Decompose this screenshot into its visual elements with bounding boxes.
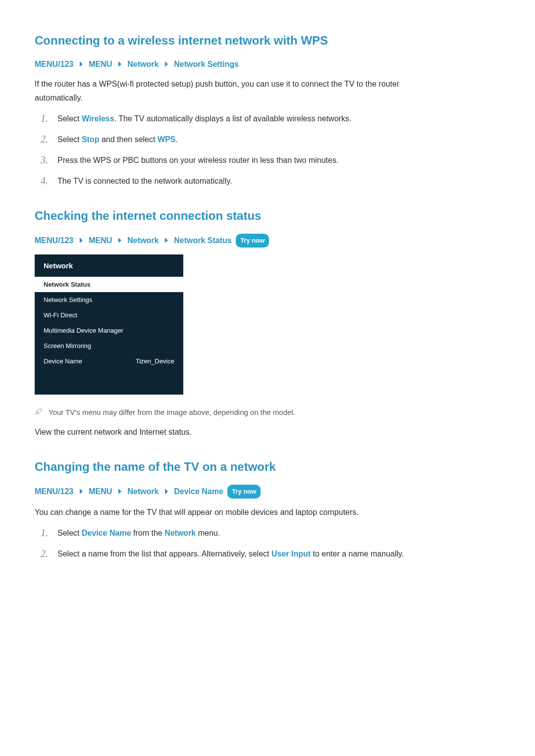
chevron-right-icon — [117, 489, 122, 494]
breadcrumb-rename: MENU/123 MENU Network Device Name Try no… — [35, 485, 441, 499]
heading-rename: Changing the name of the TV on a network — [35, 460, 441, 474]
wps-step-1: Select Wireless. The TV automatically di… — [44, 112, 441, 126]
chevron-right-icon — [164, 489, 169, 494]
wps-step-2: Select Stop and then select WPS. — [44, 133, 441, 147]
crumb-network: Network — [127, 236, 159, 245]
panel-title: Network — [35, 254, 183, 277]
try-now-badge[interactable]: Try now — [236, 234, 269, 248]
keyword-network: Network — [164, 529, 196, 537]
section-rename: Changing the name of the TV on a network… — [35, 460, 441, 561]
crumb-network: Network — [127, 487, 159, 496]
wps-steps: Select Wireless. The TV automatically di… — [35, 112, 441, 188]
wps-step-4: The TV is connected to the network autom… — [44, 174, 441, 188]
chevron-right-icon — [79, 489, 84, 494]
heading-status: Checking the internet connection status — [35, 209, 441, 223]
rename-steps: Select Device Name from the Network menu… — [35, 526, 441, 561]
chevron-right-icon — [164, 238, 169, 243]
status-para: View the current network and Internet st… — [35, 425, 441, 439]
section-status: Checking the internet connection status … — [35, 209, 441, 439]
rename-step-1: Select Device Name from the Network menu… — [44, 526, 441, 540]
crumb-menu: MENU — [89, 236, 112, 245]
breadcrumb-status: MENU/123 MENU Network Network Status Try… — [35, 234, 441, 248]
crumb-network-settings: Network Settings — [174, 60, 239, 68]
rename-step-2: Select a name from the list that appears… — [44, 547, 441, 561]
try-now-badge[interactable]: Try now — [227, 485, 261, 499]
chevron-right-icon — [117, 238, 122, 243]
keyword-stop: Stop — [82, 135, 100, 144]
wps-intro: If the router has a WPS(wi-fi protected … — [35, 77, 441, 105]
chevron-right-icon — [117, 61, 122, 67]
panel-item-wifi-direct[interactable]: Wi-Fi Direct — [35, 307, 183, 323]
section-wps: Connecting to a wireless internet networ… — [35, 34, 441, 188]
chevron-right-icon — [164, 61, 169, 67]
crumb-menu: MENU — [89, 60, 112, 68]
breadcrumb-wps: MENU/123 MENU Network Network Settings — [35, 58, 441, 70]
rename-intro: You can change a name for the TV that wi… — [35, 505, 441, 519]
panel-item-network-settings[interactable]: Network Settings — [35, 292, 183, 307]
wps-step-3: Press the WPS or PBC buttons on your wir… — [44, 153, 441, 167]
crumb-network-status: Network Status — [174, 236, 231, 245]
note-text: Your TV's menu may differ from the image… — [49, 406, 295, 418]
network-menu-panel: Network Network Status Network Settings … — [35, 254, 183, 395]
note-row: Your TV's menu may differ from the image… — [35, 406, 441, 418]
crumb-menu123: MENU/123 — [35, 60, 73, 68]
keyword-wps: WPS — [158, 135, 175, 144]
panel-item-device-name-value: Tizen_Device — [136, 357, 174, 365]
chevron-right-icon — [79, 61, 84, 67]
keyword-device-name: Device Name — [82, 529, 131, 537]
pencil-icon — [35, 407, 43, 415]
crumb-menu123: MENU/123 — [35, 487, 73, 496]
keyword-user-input: User Input — [271, 550, 311, 558]
panel-item-multimedia-device-manager[interactable]: Multimedia Device Manager — [35, 323, 183, 338]
chevron-right-icon — [79, 238, 84, 243]
panel-item-screen-mirroring[interactable]: Screen Mirroring — [35, 338, 183, 353]
heading-wps: Connecting to a wireless internet networ… — [35, 34, 441, 48]
page-content: Connecting to a wireless internet networ… — [0, 0, 471, 602]
crumb-network: Network — [127, 60, 159, 68]
crumb-menu: MENU — [89, 487, 112, 496]
keyword-wireless: Wireless — [82, 114, 114, 123]
panel-item-device-name[interactable]: Device Name Tizen_Device — [35, 353, 183, 369]
crumb-device-name: Device Name — [174, 487, 223, 496]
panel-item-network-status[interactable]: Network Status — [35, 277, 183, 292]
crumb-menu123: MENU/123 — [35, 236, 73, 245]
